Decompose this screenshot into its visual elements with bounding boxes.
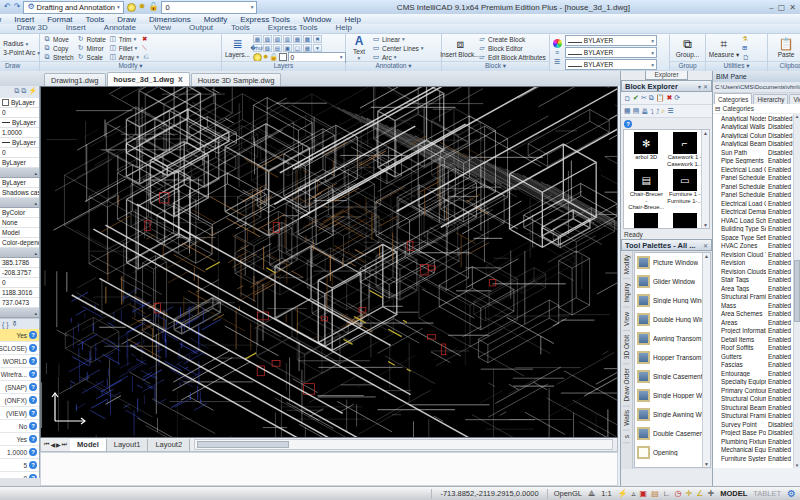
menu-item[interactable]: Express Tools	[240, 15, 290, 24]
menu-item[interactable]: Tools	[86, 15, 105, 24]
view-list-icon[interactable]: ▦	[624, 107, 631, 115]
property-row[interactable]	[0, 248, 39, 258]
bim-category-row[interactable]: HVAC Zones Enabled	[713, 242, 794, 251]
help-icon[interactable]: ?	[29, 409, 37, 417]
bim-category-row[interactable]: Specialty Equipment Enabled	[713, 378, 794, 387]
layer-color-swatch[interactable]	[279, 53, 287, 61]
ribbon-tab[interactable]: Insert	[66, 24, 86, 33]
property-row[interactable]: 0	[0, 278, 39, 288]
group-button[interactable]: ⧉ Group...	[673, 38, 702, 58]
layer-freeze-icon[interactable]: ✸	[263, 53, 268, 61]
minimize-button[interactable]: ‒	[769, 3, 773, 12]
palette-side-tab[interactable]: View	[623, 308, 630, 331]
modify-button[interactable]: ◫Fillet▾	[109, 44, 139, 52]
bim-category-row[interactable]: Plumbing Fixtures Enabled	[713, 437, 794, 446]
layers-button[interactable]: ≣ Layers...	[225, 38, 250, 58]
bim-category-row[interactable]: Gutters Enabled	[713, 352, 794, 361]
property-row[interactable]: ByLayer	[0, 118, 39, 128]
status-icon[interactable]: ▵	[632, 489, 636, 499]
bim-category-row[interactable]: Revision Enabled	[713, 259, 794, 268]
ribbon-tab[interactable]: Draw 3D	[17, 24, 48, 33]
bim-category-row[interactable]: Primary Contours Enabled	[713, 386, 794, 395]
bracket-icon[interactable]: { }	[2, 321, 9, 328]
insert-icon[interactable]: ⤵	[650, 108, 654, 115]
palette-copy-icon[interactable]: ⧉	[21, 87, 26, 97]
palette-side-tab[interactable]: Inquiry	[623, 279, 630, 308]
property-row[interactable]: 737.0473	[0, 298, 39, 308]
modify-button[interactable]: ↻Mirror	[77, 44, 106, 52]
palette-tool-item[interactable]: Single Hopper Window	[635, 386, 710, 405]
bim-category-row[interactable]: Structural Columns Enabled	[713, 395, 794, 404]
palette-flash-icon[interactable]: ⚡	[28, 87, 37, 97]
property-select[interactable]: BYLAYER▾	[565, 47, 657, 58]
palette-tool-item[interactable]: Awning Transom Wind...	[635, 329, 710, 348]
menu-item[interactable]: Window	[303, 15, 331, 24]
bim-category-row[interactable]: Structural Framing Enabled	[713, 412, 794, 421]
pen-icon[interactable]: ⟍	[142, 44, 150, 52]
collapse-icon[interactable]: ⊟	[715, 105, 720, 113]
first-tab-button[interactable]: ⏮	[44, 441, 49, 448]
property-row[interactable]: ByLayer	[0, 178, 39, 188]
close-icon[interactable]: ✕	[703, 242, 708, 249]
close-button[interactable]: ✕	[789, 3, 796, 12]
bim-category-row[interactable]: Sun Path Disabled	[713, 148, 794, 157]
bim-category-row[interactable]: Electrical Load Cla... Enabled	[713, 199, 794, 208]
property-row[interactable]: -208.3757	[0, 268, 39, 278]
explorer-dock-tab[interactable]: Explorer	[645, 71, 687, 80]
palette-side-tab[interactable]: 3D Orbit	[623, 331, 630, 364]
bim-category-row[interactable]: Revision Clouds Enabled	[713, 267, 794, 276]
help-icon[interactable]: ?	[29, 344, 37, 352]
horizontal-scrollbar[interactable]	[194, 439, 613, 450]
property-row[interactable]: ByLayer	[0, 158, 39, 168]
bim-category-row[interactable]: Entourage Enabled	[713, 369, 794, 378]
doc-tab-house-3d-1[interactable]: house_3d_1.dwg X	[107, 72, 190, 86]
palette-side-tab[interactable]: s	[623, 431, 630, 443]
setting-row[interactable]: Yes?	[0, 433, 39, 446]
bim-category-row[interactable]: Area Tags Enabled	[713, 284, 794, 293]
bim-category-row[interactable]: Structural Beam Sy... Enabled	[713, 403, 794, 412]
bim-category-row[interactable]: Project Base Point Disabled	[713, 429, 794, 438]
bim-category-row[interactable]: Mechanical Equip... Enabled	[713, 446, 794, 455]
cut-icon[interactable]: ✂	[641, 94, 647, 102]
erase-button[interactable]: ✖	[142, 35, 150, 43]
next-tab-button[interactable]: ▶	[56, 441, 61, 448]
three-point-arc-button[interactable]: 3-Point Arc▾	[3, 49, 40, 57]
renderer-label[interactable]: OpenGL	[554, 489, 582, 498]
bim-category-row[interactable]: Analytical Walls Disabled	[713, 123, 794, 132]
menu-item[interactable]: Draw	[117, 15, 136, 24]
scale-indicator[interactable]: 1:1	[601, 489, 611, 498]
bim-category-row[interactable]: Revision Cloud Tags Enabled	[713, 250, 794, 259]
modify-button[interactable]: ↻Scale	[77, 53, 106, 61]
annotation-button[interactable]: ▭Linear▾	[372, 35, 424, 43]
setting-row[interactable]: No?	[0, 420, 39, 433]
workspace-dropdown[interactable]: ⚙ Drafting and Annotation ▾	[23, 1, 123, 14]
options-icon[interactable]: ☰	[667, 107, 673, 115]
model-tab[interactable]: Model	[70, 439, 107, 451]
palette-tool-item[interactable]: Single Casement Wind...	[635, 367, 710, 386]
status-icon[interactable]: ✛	[707, 489, 714, 499]
setting-row[interactable]: 1.0000?	[0, 446, 39, 459]
setting-row[interactable]: Yes?	[0, 329, 39, 342]
property-row[interactable]: Shadows cas...	[0, 188, 39, 198]
layout1-tab[interactable]: Layout1	[107, 439, 149, 451]
help-icon[interactable]: ?	[29, 422, 37, 430]
ribbon-tab[interactable]: Annotate	[104, 24, 136, 33]
bim-category-row[interactable]: Mass Enabled	[713, 301, 794, 310]
bim-category-row[interactable]: Structural Framing ... Enabled	[713, 293, 794, 302]
bim-category-row[interactable]: Electrical Load Cla... Enabled	[713, 165, 794, 174]
bim-category-row[interactable]: HVAC Load Sched... Enabled	[713, 216, 794, 225]
property-row[interactable]: ByLayer	[0, 138, 39, 148]
bim-tree-root[interactable]: ⊟ Categories	[713, 104, 800, 114]
radius-button[interactable]: Radius▾	[3, 40, 40, 48]
lineweight-icon[interactable]: ☰	[553, 58, 562, 66]
modify-button[interactable]: ↻Rotate	[77, 35, 106, 43]
color-wheel-icon[interactable]	[553, 39, 562, 48]
layer-tools-grid[interactable]: ▦▧▨▥▦▩✖ �huv▧▤▣▢▦▾	[253, 35, 346, 52]
status-icon[interactable]: ✛	[686, 489, 693, 499]
linetype-icon[interactable]: ≡	[553, 49, 562, 57]
bim-tab-hierarchy[interactable]: Hierarchy	[753, 94, 788, 104]
help-icon[interactable]: ?	[29, 370, 37, 378]
property-row[interactable]	[0, 198, 39, 208]
doc-tab-house-3d-sample[interactable]: House 3D Sample.dwg	[191, 73, 282, 86]
search-icon[interactable]: ⌕	[661, 107, 665, 115]
